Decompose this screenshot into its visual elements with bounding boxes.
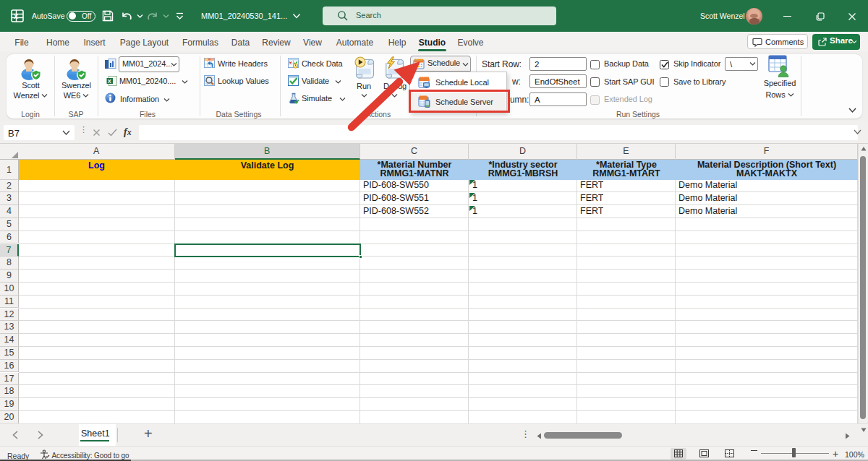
svg-text:X: X xyxy=(14,13,18,20)
svg-text:X: X xyxy=(108,78,111,85)
